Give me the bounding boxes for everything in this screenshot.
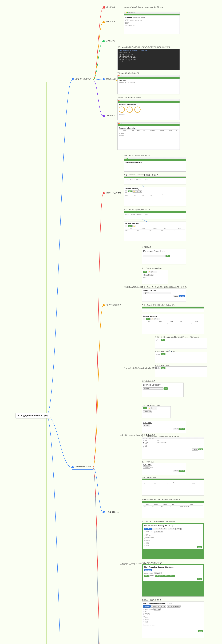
upload-files-icon[interactable]: ⤴ [151,407,154,410]
root-node[interactable]: 4.2-6 使用Hadoop WebUI - 华卫 [16,413,50,418]
fi-close[interactable]: Close [197,546,202,548]
dl-btn[interactable]: Download [144,528,152,530]
root-title: 4.2-6 使用Hadoop WebUI - 华卫 [18,414,48,417]
ifl0: [root@master ~]# [119,52,178,54]
branch-1[interactable]: 1 查看HDFS集群状态 [72,78,91,80]
s2-vfs-label: 查看HDFS文件系统 [106,192,121,194]
ifl4: 192.168.219.130 slave2 [119,58,178,60]
util-b: 单击【Browse the file system】超链接，查看目录 / [124,174,159,176]
go-btn[interactable]: Go! [128,190,132,192]
ov-safemode: Safe mode is OFF [125,25,178,26]
img-datanodes: Datanode Information In operation [118,99,180,120]
mkdir-icon[interactable]: 📁 [133,190,136,192]
s1-dn-badge: 5 [103,115,105,117]
upload-files-tooltip: Upload File [143,410,152,413]
s1-port-badge: 1 [103,6,105,8]
delete-icon[interactable]: 🗑 [139,190,142,192]
img-overview: http://master:9870 Overview 'master:9000… [124,12,180,34]
s1-datanodes[interactable]: 5 查看数据节点 [103,114,117,117]
linux-cmd-label: 在 Linux 里创建目录 /g/huaxi/hadoop3g 并创建目录 [124,367,159,369]
ifl2: 192.168.219.83 master [119,55,178,57]
cap-last-block: 查看最后一个文件块 - Block 5 [142,599,162,601]
ifcap: 依次使用命令查看三台虚拟机的IP - ifconfig [119,50,178,52]
cap-create-confirm: 单击【Create】按钮，查看创建的 BigData 目录 [142,304,175,306]
ifl3: 192.168.219.129 slave1 [119,57,178,58]
img-fileinfo-3: File information - hadoop-3.3.4.tar.gz D… [142,602,204,638]
s1-firewall[interactable]: 3 关闭防火墙 [103,40,115,42]
s1-fw-sub: 使用master虚拟机的IP地址加端口9870的方式，可以访问HDFS的WebU… [118,46,170,48]
s2-createdir[interactable]: 7 在HDFS上创建目录 [103,304,121,306]
img-fileinfo-1: File information - hadoop-3.3.4.tar.gz D… [142,523,204,559]
create-dir-button[interactable]: Create Directory [143,274,154,276]
util-a: 单击【Utilities】选项卡，弹出下拉菜单 [124,154,151,157]
head-btn[interactable]: Head this file (first 32K) [152,528,167,530]
ov-row1v: 3.3.4, r…… [125,23,178,25]
img-ifconfig: 依次使用命令查看三台虚拟机的IP - ifconfig [root@master… [118,49,180,70]
big-bd: Browse Directory [143,250,185,253]
s1-page-desc[interactable]: 4 网页概况说明 [103,78,117,80]
img-overview2: Overview Summary / Security / Safemode … [118,75,180,94]
path-input[interactable]: / [125,190,127,192]
img-uploadfile-dialog-1: Upload File 选择文件 Cancel Upload [142,421,186,433]
img-browse-dir-1: Browse Directory / Go! 📁 ⤴ 🗑 PermOwnerGr… [124,187,186,206]
icon-folder-plus[interactable]: 📁 [148,271,151,273]
cap-popup-input: 单击【Create Directory】按钮，在弹出框里输入目录名：BigDat… [142,286,187,288]
s1-mode-badge: 2 [103,20,105,23]
cap-input-bigdata: 此时在弹上创建BigData目录 [124,286,143,288]
img-browse-after-create: Browse Directory / Go! 📁⤴✂ PermOwnerGrou… [142,314,204,334]
cap-return-bigdata: 回到 /BigData 目录 [142,380,155,382]
ov-host: 'master:9000' (vactive) [133,17,145,18]
branch-1-text: 查看HDFS集群状态 [75,78,91,80]
img-uploadfile-dialog-2: Upload File 选择文件 home Cancel Upload [142,463,186,475]
block-select[interactable]: Block 0 [155,531,163,533]
img-browse-dir-2: Browse Directory / Go! 📁 PermOwnerGroupS… [124,222,186,241]
ifl5: [root@master ~]# [119,60,178,62]
img-tar-listing: PermOwnerGroupSize…Name -rw-…rootsup……ha… [142,501,204,518]
dn-table: NodeHttpLastUsedNon UsedCapacityBlocksVe… [119,130,178,136]
s1-pd-label: 网页概况说明 [106,78,117,80]
branch-2-idx: 2 [72,466,74,468]
s2-cd-label: 在HDFS上创建目录 [106,304,121,306]
cap-click-input: 切换到输入框 [142,246,151,248]
dir-name-input[interactable] [143,292,171,294]
cd-dialog-title: Create Directory [143,290,185,292]
upload-submit[interactable]: Upload [179,428,185,430]
s2-vfs-badge: 6 [103,192,105,194]
s1-mode-note[interactable]: 2 格式化说明 [103,20,115,23]
tail-btn[interactable]: Tail this file (last 32K) [168,528,182,530]
img-sub1: /g/huaxi Go! [155,338,207,349]
img-createdir-dialog: Create Directory Cancel Create [142,288,186,302]
img-greenmenu: Hadoop Overview Datanodes … Utilities ▾ [124,211,186,219]
img-greenbar-1 [142,306,204,312]
dn2-title: Datanode Information [119,127,178,129]
dn3-title: Datanode Information [125,162,185,164]
ov-row0v: Thu Mar 17 06:40:50 +0800 2022 [125,20,178,22]
img-createdir-btn: Go! 📁 ⤴ ✂ Create Directory Search [142,270,168,284]
bd1-title: Browse Directory [125,188,185,190]
s2-upload[interactable]: 8 上传文件到HDFS [103,511,119,514]
img-sub3: Jp/huaxi Go! [155,366,207,377]
s1-port-text: hadoop2.x的端口号是50070，hadoop3.x的端口号是9870 [124,6,163,8]
ov2-title: Overview [119,79,178,82]
s1-fw-badge: 3 [103,40,105,42]
img-datanodes-table: Datanode Information NodeHttpLastUsedNon… [118,122,180,150]
s2-viewfs[interactable]: 6 查看HDFS文件系统 [103,192,121,194]
upload-icon[interactable]: ⤴ [136,190,139,192]
img-browse-headbar: Hadoop Overview Datanodes … Utilities ▾ [124,176,186,184]
branch-2[interactable]: 2 操作HDFS文件系统 [72,466,91,468]
img-big-browse: Browse Directory / Go! [142,248,186,264]
s1-dn-label: 查看数据节点 [106,114,117,116]
ov-title: Overview [125,16,133,18]
cd-cancel[interactable]: Cancel [173,295,179,297]
choose-file-btn[interactable]: 选择文件 [143,424,150,427]
img-sub2: Jp/huaxi Go! [155,352,207,363]
mindmap-canvas: 4.2-6 使用Hadoop WebUI - 华卫 1 查看HDFS集群状态 2… [0,0,222,644]
cd-create[interactable]: Create [179,295,185,297]
open-btn[interactable]: 打开 [198,448,203,450]
fi-title: File information - hadoop-3.3.4.tar.gz [144,525,202,527]
dn-title: Datanode Information [119,104,178,106]
s1-pd-sub: 访问http://192.168.219.83:9870 [118,72,139,74]
s1-mode-label: 格式化说明 [106,20,115,22]
cap-tar-note: 文件超过64 MB，Hadoop 以块64 MB，需要上传到多块 [142,498,180,501]
s1-port-note[interactable]: 1 端口号说明 [103,6,115,8]
